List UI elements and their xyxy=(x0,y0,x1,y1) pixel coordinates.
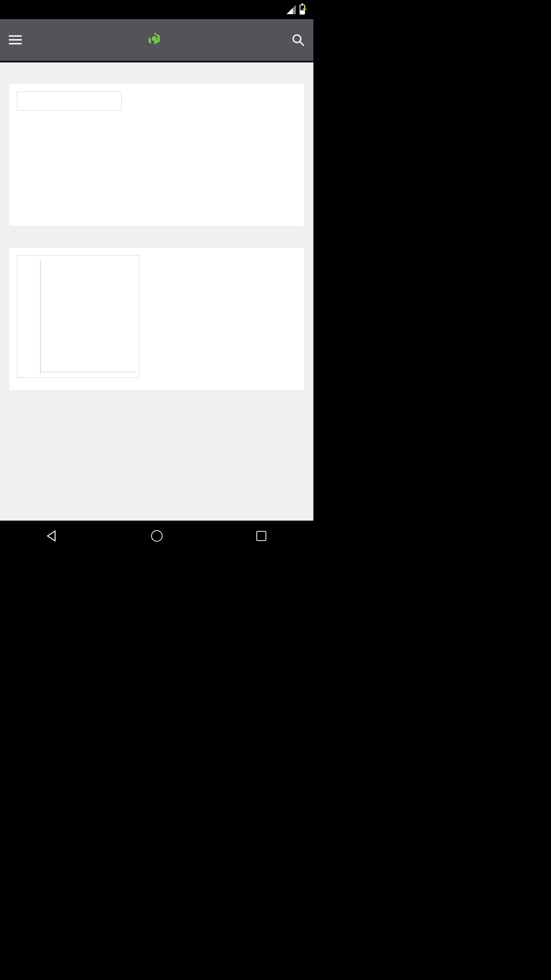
search-icon xyxy=(292,33,305,46)
svg-marker-2 xyxy=(148,37,151,44)
hamburger-icon xyxy=(9,35,22,44)
nav-home-button[interactable] xyxy=(145,524,168,547)
latest-card[interactable] xyxy=(9,84,304,226)
section-title-featured xyxy=(0,226,313,248)
app-title-wrap xyxy=(146,32,168,48)
search-button[interactable] xyxy=(290,32,306,47)
button-preview-image xyxy=(17,91,139,214)
status-bar: ⚡ xyxy=(0,0,313,19)
content-scroll[interactable] xyxy=(0,62,313,521)
svg-line-4 xyxy=(300,41,303,45)
nav-recent-button[interactable] xyxy=(250,524,273,547)
menu-button[interactable] xyxy=(8,32,23,47)
section-title-all-controls xyxy=(0,390,313,412)
app-bar xyxy=(0,19,313,61)
featured-card[interactable] xyxy=(9,248,304,390)
svg-marker-5 xyxy=(47,531,55,541)
chart-preview-image xyxy=(17,255,139,378)
section-title-latest xyxy=(0,62,313,84)
home-icon xyxy=(151,530,163,542)
recent-icon xyxy=(256,531,266,541)
back-icon xyxy=(46,529,59,542)
signal-icon xyxy=(287,5,296,14)
android-nav-bar xyxy=(0,521,313,551)
nav-back-button[interactable] xyxy=(41,524,64,547)
app-logo-icon xyxy=(146,32,162,48)
battery-icon: ⚡ xyxy=(300,5,305,15)
